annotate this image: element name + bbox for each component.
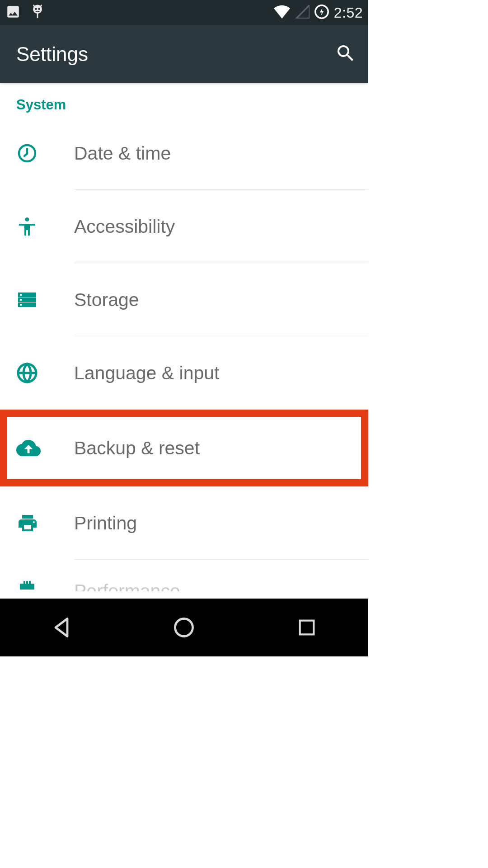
svg-point-2 [35,8,37,10]
clock-icon [16,142,74,164]
row-accessibility[interactable]: Accessibility [0,190,368,263]
cloud-upload-icon [16,438,74,458]
wifi-icon [273,5,291,20]
svg-rect-1 [37,13,38,18]
status-right: 2:52 [273,4,363,21]
status-bar: 2:52 [0,0,368,25]
android-mascot-icon [30,3,45,22]
row-label: Accessibility [74,216,175,237]
app-bar: Settings [0,25,368,83]
recent-apps-button[interactable] [259,617,354,638]
row-performance[interactable]: Performance [0,560,368,591]
svg-rect-8 [20,299,22,301]
svg-rect-12 [300,621,314,635]
svg-rect-7 [20,294,22,296]
row-label: Performance [74,580,180,591]
row-label: Storage [74,289,139,311]
row-backup-reset[interactable]: Backup & reset [0,410,368,486]
row-label: Language & input [74,363,219,384]
row-date-time[interactable]: Date & time [0,117,368,190]
row-label: Printing [74,513,137,534]
back-button[interactable] [14,616,109,639]
row-label: Date & time [74,143,171,164]
row-storage[interactable]: Storage [0,263,368,336]
section-header-system: System [0,83,368,117]
row-label: Backup & reset [74,438,200,459]
image-icon [5,4,21,21]
storage-icon [16,289,74,311]
screen: 2:52 Settings System Date & time Accessi… [0,0,368,656]
navigation-bar [0,599,368,656]
cellular-signal-icon [295,5,310,20]
svg-point-3 [38,8,40,10]
power-circle-icon [314,4,329,21]
status-time: 2:52 [334,5,363,21]
status-left [5,3,45,22]
svg-point-11 [175,619,193,637]
row-printing[interactable]: Printing [0,486,368,560]
chip-icon [16,580,74,590]
accessibility-icon [16,216,74,237]
home-button[interactable] [136,616,231,639]
page-title: Settings [16,43,88,66]
globe-icon [16,362,74,384]
settings-list: Date & time Accessibility Storage Langua… [0,117,368,599]
row-language-input[interactable]: Language & input [0,336,368,410]
printer-icon [16,512,74,534]
search-icon[interactable] [335,42,357,66]
svg-rect-9 [20,304,22,306]
svg-point-6 [25,217,29,222]
